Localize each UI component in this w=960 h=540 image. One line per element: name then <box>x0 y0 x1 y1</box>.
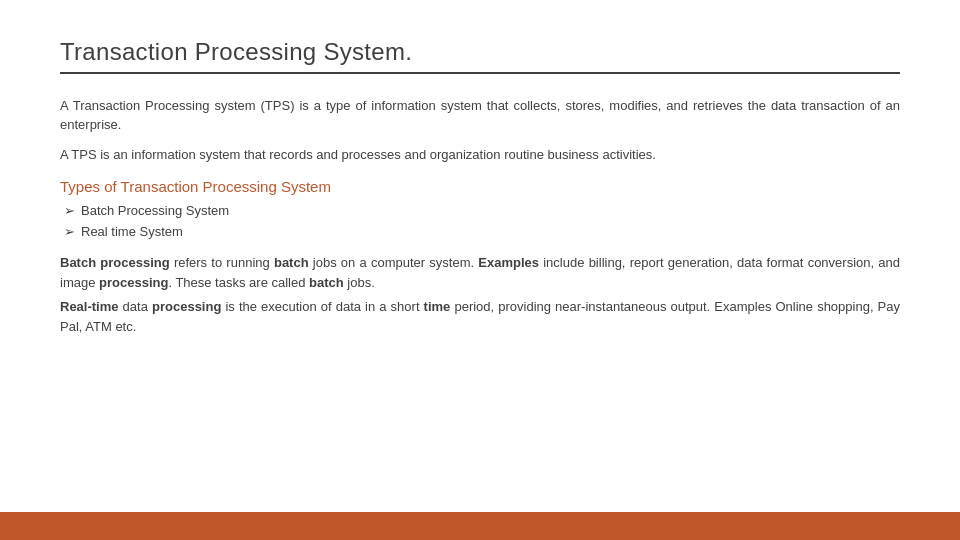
list-item: ➢ Batch Processing System <box>64 201 900 222</box>
paragraph2: A TPS is an information system that reco… <box>60 145 900 165</box>
batch-text-4: . These tasks are called <box>168 275 309 290</box>
examples-bold: Examples <box>478 255 539 270</box>
types-heading: Types of Transaction Processing System <box>60 178 900 195</box>
time-bold: time <box>424 299 451 314</box>
paragraph1: A Transaction Processing system (TPS) is… <box>60 96 900 135</box>
footer-bar <box>0 512 960 540</box>
arrow-icon: ➢ <box>64 222 75 243</box>
batch-text-1: refers to running <box>170 255 274 270</box>
batch-text-5: jobs. <box>344 275 375 290</box>
processing-bold2: processing <box>152 299 221 314</box>
content-area: Transaction Processing System. A Transac… <box>0 0 960 512</box>
slide: Transaction Processing System. A Transac… <box>0 0 960 540</box>
list-item: ➢ Real time System <box>64 222 900 243</box>
bullet-text-2: Real time System <box>81 222 183 243</box>
realtime-bold: Real-time <box>60 299 119 314</box>
batch-text-2: jobs on a computer system. <box>309 255 479 270</box>
batch-bold-word: batch <box>274 255 309 270</box>
realtime-paragraph: Real-time data processing is the executi… <box>60 297 900 337</box>
title-divider <box>60 72 900 74</box>
realtime-text-1: data <box>119 299 152 314</box>
arrow-icon: ➢ <box>64 201 75 222</box>
bullet-list: ➢ Batch Processing System ➢ Real time Sy… <box>60 201 900 243</box>
title-section: Transaction Processing System. <box>60 38 900 86</box>
realtime-text-2: is the execution of data in a short <box>221 299 423 314</box>
main-title: Transaction Processing System. <box>60 38 900 66</box>
batch-paragraph: Batch processing refers to running batch… <box>60 253 900 293</box>
processing-bold: processing <box>99 275 168 290</box>
bullet-text-1: Batch Processing System <box>81 201 229 222</box>
batch-bold-label: Batch processing <box>60 255 170 270</box>
batch-bold-word2: batch <box>309 275 344 290</box>
